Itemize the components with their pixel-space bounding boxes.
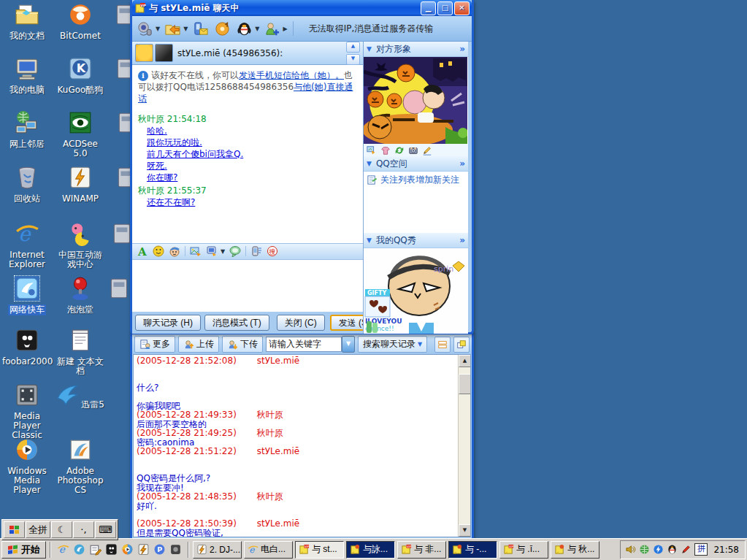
scroll-up-button[interactable]: ▲	[346, 42, 360, 53]
dropdown-icon[interactable]: ▼	[255, 26, 259, 32]
ime-logo-icon[interactable]	[4, 521, 25, 538]
smiley-icon[interactable]	[153, 245, 164, 257]
refresh-icon[interactable]	[394, 145, 405, 156]
flash-blue-icon[interactable]	[653, 544, 664, 555]
partner-show-header[interactable]: ▼ 对方形象 »	[364, 42, 468, 57]
desktop-icon-kugoo酷狗[interactable]: KKuGoo酷狗	[54, 56, 107, 96]
add-friend-button[interactable]	[262, 20, 281, 37]
taskbar-task-与-st-[interactable]: VIP与 st...	[295, 541, 344, 559]
screen-capture-icon[interactable]	[206, 245, 218, 257]
ime-fullhalf-icon[interactable]: ☾	[51, 521, 72, 538]
magic-emote-icon[interactable]	[169, 245, 180, 257]
close-button[interactable]: ✕	[454, 1, 470, 15]
peer-avatar[interactable]	[155, 44, 173, 62]
message-view[interactable]: i该好友不在线，你可以发送手机短信给他（她）。也可以拨打QQ电话12586884…	[132, 65, 363, 243]
dropdown-icon[interactable]: ▼	[156, 26, 160, 32]
message-mode-button[interactable]: 消息模式 (T)	[204, 315, 269, 331]
history-content[interactable]: (2005-12-28 21:52:08)stУLe.miē 什么? 你骗我呢吧…	[133, 354, 471, 537]
combo-dropdown-icon[interactable]: ▼	[342, 336, 355, 353]
taskbar-task-与-非-[interactable]: VIP与 非...	[397, 541, 446, 559]
search-msg-icon[interactable]: 搜	[267, 245, 278, 257]
expand-more-icon[interactable]: »	[459, 235, 465, 245]
save-show-icon[interactable]	[367, 145, 377, 156]
send-sms-link[interactable]: 发送手机短信给他（她）。	[239, 70, 344, 80]
qq-penguin-icon[interactable]	[667, 544, 678, 555]
close-chat-button[interactable]: 关闭 (C)	[277, 315, 325, 331]
winamp-small-icon[interactable]	[137, 543, 150, 556]
signature-icon[interactable]	[422, 145, 432, 156]
send-image-icon[interactable]	[190, 245, 202, 257]
desktop-icon-我的电脑[interactable]: 我的电脑	[1, 56, 53, 96]
layout-list-button[interactable]	[434, 337, 451, 353]
foobar2000-icon[interactable]	[105, 543, 118, 556]
ime-punct-icon[interactable]: ·,	[73, 521, 94, 538]
dropdown-icon[interactable]: ▼	[221, 248, 225, 255]
notepad-edit-icon[interactable]	[89, 543, 101, 556]
expand-more-icon[interactable]: »	[459, 158, 465, 169]
ime-softkeyboard-icon[interactable]: ⌨	[95, 521, 116, 538]
desktop-icon-adobe-photoshop-cs[interactable]: Adobe Photoshop CS	[54, 437, 107, 496]
toolbar-expand-icon[interactable]: ▶	[283, 26, 287, 32]
desktop-icon-winamp[interactable]: WINAMP	[54, 165, 107, 204]
taskbar-task-与---[interactable]: 与 -...	[448, 541, 497, 559]
desktop-icon-网上邻居[interactable]: 网上邻居	[1, 110, 53, 150]
pinyin-indicator-icon[interactable]: 拼	[694, 543, 708, 556]
wmp-icon[interactable]	[121, 543, 134, 556]
internet-explorer-icon[interactable]: e	[57, 543, 69, 556]
taskbar-task-电白-[interactable]: e电白...	[244, 541, 293, 559]
my-avatar[interactable]	[135, 44, 153, 62]
desktop-icon-泡泡堂[interactable]: 泡泡堂	[54, 276, 107, 315]
start-button[interactable]: 开始	[1, 541, 46, 559]
desktop-icon-foobar2000[interactable]: foobar2000	[1, 328, 53, 367]
chat-titlebar[interactable]: VIP 与 stУLe.miē 聊天中 ▁ □ ✕	[132, 0, 472, 16]
search-history-button[interactable]: 搜索聊天记录▼	[358, 336, 427, 353]
layout-cascade-button[interactable]	[453, 337, 470, 353]
keyword-input[interactable]	[266, 337, 342, 352]
maximize-button[interactable]: □	[437, 1, 453, 15]
dark-app-icon[interactable]	[169, 543, 182, 556]
clothes-icon[interactable]	[380, 145, 391, 156]
history-scrollbar[interactable]: ▲ ▼	[458, 355, 470, 537]
scrollbar-down-icon[interactable]: ▼	[459, 524, 471, 537]
send-file-button[interactable]	[163, 20, 182, 37]
desktop-icon-internet-explorer[interactable]: eInternet Explorer	[1, 221, 53, 270]
wireless-message-icon[interactable]	[250, 245, 262, 257]
desktop-icon-网络快车[interactable]: 网络快车	[1, 276, 53, 315]
volume-icon[interactable]	[625, 544, 636, 555]
qzone-header[interactable]: ▼ QQ空间 »	[364, 156, 468, 172]
desktop-icon-windows-media-player[interactable]: Windows Media Player	[1, 437, 53, 496]
desktop-icon-我的文档[interactable]: 我的文档	[1, 2, 53, 42]
more-button[interactable]: 更多	[134, 336, 175, 353]
minimize-button[interactable]: ▁	[421, 1, 436, 15]
desktop-icon-迅雷5[interactable]: 迅雷5	[54, 383, 107, 410]
desktop-icon-回收站[interactable]: 回收站	[1, 165, 53, 204]
mobile-message-button[interactable]	[191, 20, 210, 37]
photo-icon[interactable]	[408, 145, 418, 156]
globe-net-icon[interactable]	[639, 544, 650, 555]
taskbar-task-与詠-[interactable]: 与詠...	[346, 541, 395, 559]
taskbar-task-与-秋-[interactable]: 与 秋...	[551, 541, 599, 559]
message-input[interactable]	[132, 260, 363, 312]
desktop-icon-bitcomet[interactable]: BitComet	[54, 2, 107, 42]
font-style-icon[interactable]: A	[137, 245, 148, 257]
red-pen-icon[interactable]	[681, 544, 692, 555]
ime-name[interactable]: 全拼	[26, 521, 50, 538]
taskbar-task-2-DJ--[interactable]: 2. DJ-...	[193, 541, 242, 559]
chat-history-button[interactable]: 聊天记录 (H)	[135, 315, 201, 331]
scrollbar-up-icon[interactable]: ▲	[459, 355, 471, 367]
desktop-icon-acdsee-5.0[interactable]: ACDSee 5.0	[54, 110, 107, 159]
my-qqshow-header[interactable]: ▼ 我的QQ秀 »	[364, 233, 468, 248]
desktop-icon-media-player-classic[interactable]: Media Player Classic	[1, 383, 53, 441]
qq-app-button[interactable]	[234, 20, 253, 37]
video-chat-button[interactable]	[135, 20, 154, 37]
scrollbar-thumb[interactable]	[459, 374, 471, 394]
qzone-follow-link[interactable]: 关注列表增加新关注	[364, 172, 468, 188]
dropdown-icon[interactable]: ▼	[183, 26, 188, 32]
music-share-button[interactable]	[212, 20, 231, 37]
poco-icon[interactable]: P	[153, 543, 166, 556]
scroll-down-button[interactable]: ▼	[346, 54, 360, 65]
media-swirl-icon[interactable]	[73, 543, 85, 556]
desktop-icon-中国互动游戏中心[interactable]: 中国互动游戏中心	[54, 221, 107, 270]
expand-more-icon[interactable]: »	[459, 44, 465, 54]
download-button[interactable]: 下传	[222, 336, 263, 353]
